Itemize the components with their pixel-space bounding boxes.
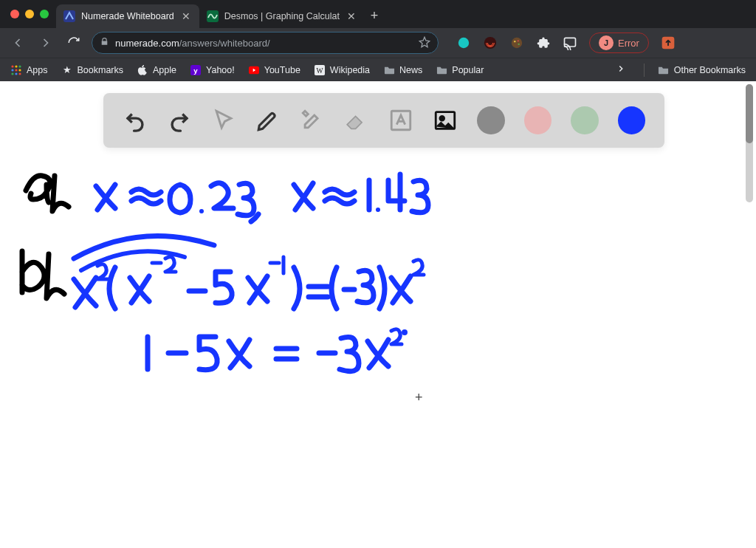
url-path: /answers/whiteboard/ <box>179 38 270 49</box>
extensions-puzzle-icon[interactable] <box>536 35 551 50</box>
folder-icon <box>383 64 395 76</box>
bm-label: Other Bookmarks <box>674 65 746 75</box>
tab-desmos[interactable]: Desmos | Graphing Calculat ✕ <box>199 4 365 28</box>
profile-error-pill[interactable]: J Error <box>589 32 649 53</box>
folder-icon <box>436 64 447 76</box>
lock-icon <box>100 37 109 49</box>
tab-close-icon[interactable]: ✕ <box>346 10 357 22</box>
svg-point-28 <box>376 208 380 212</box>
crosshair-cursor-icon: + <box>415 390 423 405</box>
apps-grid-icon <box>10 64 22 76</box>
update-icon[interactable] <box>661 35 676 50</box>
apple-icon <box>137 64 148 76</box>
svg-text:W: W <box>316 66 323 74</box>
window-zoom-traffic-light[interactable] <box>40 10 49 18</box>
back-button[interactable] <box>7 32 28 53</box>
tab-close-icon[interactable]: ✕ <box>180 10 192 22</box>
svg-point-18 <box>18 72 21 75</box>
whiteboard-canvas[interactable] <box>0 81 756 548</box>
bookmark-star-icon[interactable] <box>419 36 430 50</box>
bookmark-youtube[interactable]: YouTube <box>248 64 300 76</box>
tab-title: Numerade Whiteboard <box>81 11 174 21</box>
svg-point-6 <box>518 40 519 41</box>
bookmark-apple[interactable]: Apple <box>137 64 176 76</box>
tab-numerade[interactable]: Numerade Whiteboard ✕ <box>56 4 199 28</box>
profile-error-text: Error <box>618 38 639 49</box>
folder-icon <box>658 64 670 76</box>
svg-point-14 <box>15 69 17 71</box>
svg-point-15 <box>18 69 21 71</box>
url-host: numerade.com <box>115 38 179 49</box>
extension-teal-icon[interactable] <box>456 35 471 50</box>
svg-point-7 <box>518 44 520 45</box>
other-bookmarks[interactable]: Other Bookmarks <box>658 64 746 76</box>
svg-point-10 <box>11 65 13 67</box>
cast-icon[interactable] <box>563 35 577 50</box>
wikipedia-icon: W <box>314 64 326 76</box>
bm-label: News <box>399 65 422 75</box>
svg-point-5 <box>514 41 515 42</box>
tab-title: Desmos | Graphing Calculat <box>224 11 340 21</box>
bm-label: Apple <box>153 65 176 75</box>
window-minimize-traffic-light[interactable] <box>25 10 34 18</box>
svg-point-17 <box>15 72 17 75</box>
svg-rect-8 <box>565 38 576 47</box>
bm-label: YouTube <box>264 65 300 75</box>
svg-point-13 <box>11 69 13 71</box>
star-icon: ★ <box>61 64 73 76</box>
url-text: numerade.com/answers/whiteboard/ <box>115 38 413 49</box>
bookmark-wikipedia[interactable]: W Wikipedia <box>314 64 370 76</box>
bookmark-news[interactable]: News <box>383 64 422 76</box>
bm-label: Popular <box>452 65 484 75</box>
svg-point-27 <box>199 209 204 213</box>
window-close-traffic-light[interactable] <box>10 10 19 18</box>
bm-label: Yahoo! <box>206 65 235 75</box>
bm-label: Wikipedia <box>330 65 370 75</box>
yahoo-icon: y <box>190 64 202 76</box>
bookmark-yahoo[interactable]: y Yahoo! <box>190 64 235 76</box>
extension-palette-icon[interactable] <box>509 35 524 50</box>
bookmark-bookmarks[interactable]: ★ Bookmarks <box>61 64 124 76</box>
svg-point-29 <box>402 329 408 335</box>
separator <box>644 64 645 77</box>
bookmarks-overflow-icon[interactable] <box>611 64 630 76</box>
bm-label: Apps <box>27 65 48 75</box>
bookmark-popular[interactable]: Popular <box>436 64 484 76</box>
bm-label: Bookmarks <box>78 65 124 75</box>
address-bar[interactable]: numerade.com/answers/whiteboard/ <box>92 32 439 54</box>
svg-point-2 <box>458 38 469 48</box>
svg-point-12 <box>18 65 21 67</box>
apps-shortcut[interactable]: Apps <box>10 64 48 76</box>
desmos-favicon-icon <box>207 10 219 22</box>
profile-avatar: J <box>599 35 614 50</box>
numerade-favicon-icon <box>63 10 75 22</box>
forward-button[interactable] <box>35 32 56 53</box>
svg-point-11 <box>15 65 17 67</box>
svg-point-4 <box>512 38 522 48</box>
svg-point-16 <box>11 72 13 75</box>
reload-button[interactable] <box>63 32 84 53</box>
svg-text:y: y <box>193 66 198 74</box>
youtube-icon <box>248 64 260 76</box>
new-tab-button[interactable]: + <box>365 8 385 24</box>
extension-spiral-icon[interactable] <box>483 35 498 50</box>
